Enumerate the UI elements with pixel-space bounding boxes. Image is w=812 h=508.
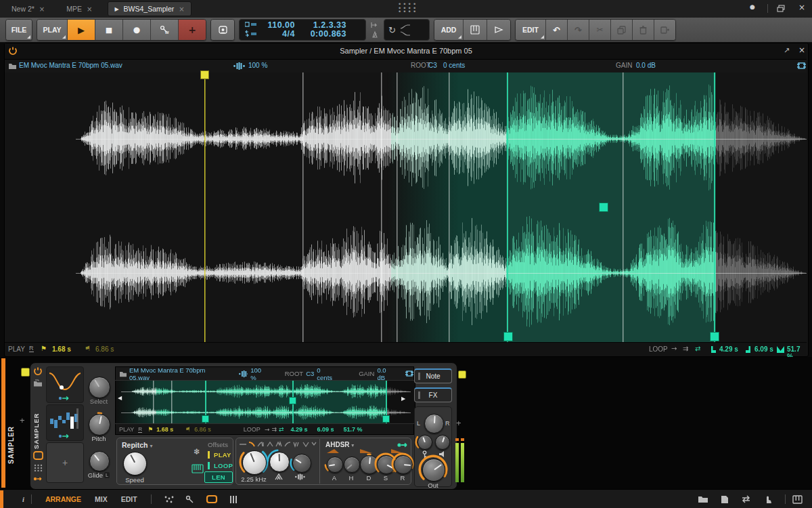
mini-root-cents[interactable]: 0 cents <box>317 366 336 381</box>
track-name-vertical[interactable]: SAMPLER <box>7 383 15 464</box>
mini-loop-end[interactable]: 6.09 s <box>317 426 334 433</box>
loop-end-handle[interactable] <box>710 332 719 341</box>
note-chain-button[interactable]: Note <box>414 368 452 383</box>
device-add-button[interactable]: + <box>456 418 461 428</box>
offset-play-button[interactable]: PLAY <box>208 451 231 459</box>
stretch-frame-icon[interactable] <box>405 369 413 378</box>
dual-display-button[interactable] <box>164 495 175 504</box>
root-note-value[interactable]: C3 <box>428 62 437 69</box>
mini-gain-value[interactable]: 0.0 dB <box>377 366 394 381</box>
view-arrange-button[interactable]: ARRANGE <box>45 495 81 503</box>
waveform-display[interactable] <box>0 72 812 342</box>
tab-new2[interactable]: New 2* × <box>5 2 51 16</box>
tab-mpe[interactable]: MPE × <box>60 2 98 16</box>
offset-loop-button[interactable]: LOOP <box>208 462 233 469</box>
relative-mode-icon[interactable]: R <box>138 426 142 433</box>
close-icon[interactable]: × <box>39 5 45 13</box>
add-menu-button[interactable]: ADD <box>434 20 464 40</box>
tempo-display[interactable]: 110.004/4 <box>263 21 295 39</box>
close-panel-icon[interactable]: × <box>798 45 805 55</box>
touch-panel-button[interactable] <box>763 495 772 504</box>
close-window-icon[interactable]: × <box>798 3 805 12</box>
loop-start-value[interactable]: 4.29 s <box>719 345 738 353</box>
loop-mode-on-icon[interactable]: ⇉ <box>683 345 688 352</box>
routing-panel-button[interactable] <box>741 495 751 503</box>
mini-play-end[interactable]: 6.86 s <box>194 426 211 433</box>
tab-bws4-sampler[interactable]: ▶ BWS4_Sampler × <box>108 1 191 16</box>
gain-value[interactable]: 0.0 dB <box>636 62 656 69</box>
freeze-icon[interactable]: ❄ <box>194 447 200 457</box>
mini-loop-start-handle[interactable] <box>202 415 209 423</box>
piano-track-icon[interactable] <box>464 20 487 40</box>
file-menu-button[interactable]: FILE <box>6 20 32 40</box>
mini-zoom-value[interactable]: 100 % <box>250 366 267 381</box>
vel-volume-knob[interactable] <box>435 435 450 450</box>
release-knob[interactable] <box>394 455 413 474</box>
view-mix-button[interactable]: MIX <box>95 495 108 503</box>
preset-browser-icon[interactable] <box>33 379 43 387</box>
stop-button[interactable]: ■ <box>95 20 123 40</box>
keytrack-amount-knob[interactable] <box>418 435 432 450</box>
automation-write-button[interactable]: w <box>151 20 179 40</box>
chain-start-handle[interactable] <box>21 368 30 377</box>
mini-loop-fade[interactable]: 51.7 % <box>344 426 363 433</box>
zoom-value[interactable]: 100 % <box>248 62 267 69</box>
sample-file-name[interactable]: EM Mvoc Mantra E 70bpm 05.wav <box>19 62 122 69</box>
select-knob[interactable] <box>89 377 110 398</box>
mini-play-start[interactable]: 1.68 s <box>156 426 173 433</box>
glide-knob[interactable] <box>89 451 110 471</box>
pan-knob[interactable] <box>424 414 444 433</box>
modulator-add-cell[interactable]: + <box>46 442 84 483</box>
loop-mode-off-icon[interactable]: → <box>265 426 270 433</box>
browser-panel-button[interactable] <box>698 495 708 503</box>
chain-end-handle[interactable] <box>458 371 466 379</box>
undo-icon[interactable]: ↶ <box>546 20 568 40</box>
glide-mode-badge[interactable]: L <box>104 472 110 478</box>
loop-mode-pingpong-icon[interactable]: ⇄ <box>279 426 284 433</box>
restore-window-icon[interactable] <box>777 5 785 12</box>
mini-loop-start[interactable]: 4.29 s <box>291 426 308 433</box>
loop-start-handle[interactable] <box>503 332 513 341</box>
mixer-panel-button[interactable] <box>229 495 238 504</box>
loop-toggle-icon[interactable]: ↻ <box>388 25 396 35</box>
punch-metronome-toggles[interactable] <box>370 21 380 39</box>
overdub-button[interactable]: + <box>179 20 206 40</box>
filter-freq-value[interactable]: 2.25 kHz <box>237 475 271 483</box>
filter-freq-knob[interactable] <box>242 450 267 475</box>
cut-icon[interactable]: ✂ <box>589 20 611 40</box>
redo-icon[interactable]: ↷ <box>568 20 589 40</box>
info-button[interactable]: i <box>22 496 24 503</box>
play-menu-button[interactable]: PLAY <box>37 20 68 40</box>
metronome-button[interactable] <box>211 20 234 40</box>
remote-controls-icon[interactable] <box>33 451 43 460</box>
pitch-knob[interactable] <box>89 414 110 436</box>
mini-waveform-display[interactable] <box>115 381 415 423</box>
tempo-position-display[interactable]: 110.004/4 1.2.3.330:00.863 <box>239 19 366 41</box>
playback-mode-select[interactable]: Repitch ▾ <box>122 441 152 449</box>
modulators-toggle-icon[interactable] <box>33 475 43 482</box>
mini-loop-end-handle[interactable] <box>382 415 390 423</box>
mini-loop-mid-handle[interactable] <box>289 397 296 404</box>
play-button[interactable]: ▶ <box>68 20 95 40</box>
loop-mid-handle[interactable] <box>599 203 608 212</box>
device-power-icon[interactable] <box>33 366 43 376</box>
scroll-left-icon[interactable]: ◀ <box>118 395 122 401</box>
keytrack-icon[interactable] <box>191 464 204 473</box>
stretch-frame-icon[interactable] <box>796 61 807 70</box>
mini-file-name[interactable]: EM Mvoc Mantra E 70bpm 05.wav <box>129 366 219 381</box>
speed-knob[interactable] <box>123 452 147 475</box>
paste-icon[interactable] <box>654 20 675 40</box>
mapping-browser-button[interactable] <box>185 495 195 504</box>
attack-knob[interactable] <box>327 457 343 473</box>
loop-mode-on-icon[interactable]: ⇉ <box>271 426 277 433</box>
loop-mode-pingpong-icon[interactable]: ⇄ <box>695 345 700 352</box>
track-add-button[interactable]: + <box>20 415 25 425</box>
record-button[interactable]: ● <box>123 20 151 40</box>
piano-keyboard-button[interactable] <box>792 495 803 504</box>
relative-mode-icon[interactable]: R <box>29 345 34 352</box>
view-edit-button[interactable]: EDIT <box>121 495 137 503</box>
play-start-value[interactable]: 1.68 s <box>52 345 71 353</box>
loop-end-value[interactable]: 6.09 s <box>754 345 773 353</box>
engine-status-icon[interactable]: ● <box>750 3 755 10</box>
close-icon[interactable]: × <box>179 5 184 13</box>
